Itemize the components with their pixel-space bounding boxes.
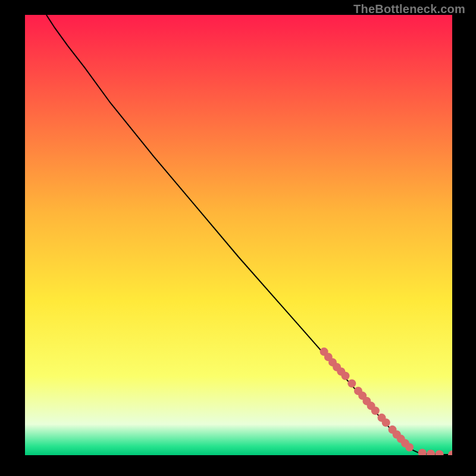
chart-stage: TheBottleneck.com — [0, 0, 476, 476]
plot-area — [25, 15, 452, 455]
gradient-background — [25, 15, 452, 455]
data-point — [382, 418, 390, 427]
watermark-label: TheBottleneck.com — [353, 2, 465, 16]
chart-svg — [25, 15, 452, 455]
data-point — [371, 406, 380, 415]
data-point — [405, 443, 414, 452]
data-point — [347, 379, 356, 387]
data-point — [342, 372, 350, 380]
